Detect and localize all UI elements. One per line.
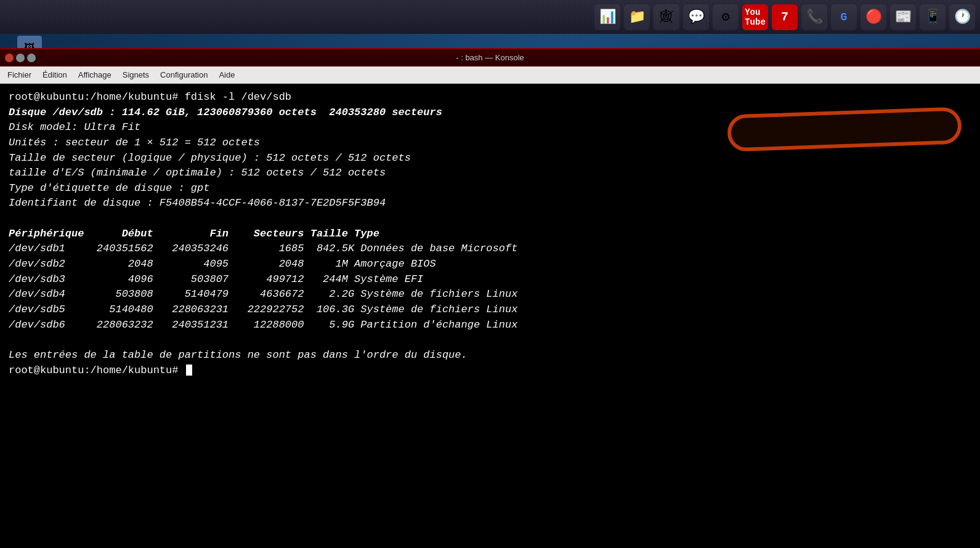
taskbar-icon-news[interactable]: 📰 bbox=[890, 4, 916, 30]
terminal-line-12: /dev/sdb3 4096 503807 499712 244M Systèm… bbox=[9, 272, 971, 288]
terminal-line-10: /dev/sdb1 240351562 240353246 1685 842.5… bbox=[9, 241, 971, 257]
terminal-content[interactable]: root@kubuntu:/home/kubuntu# fdisk -l /de… bbox=[0, 84, 980, 548]
close-button[interactable] bbox=[5, 54, 14, 62]
terminal-line-1: Disque /dev/sdb : 114.62 GiB, 1230608793… bbox=[9, 105, 971, 121]
terminal-line-18: root@kubuntu:/home/kubuntu# bbox=[9, 363, 971, 379]
terminal-line-3: Unités : secteur de 1 × 512 = 512 octets bbox=[9, 135, 971, 151]
taskbar-icon-files[interactable]: 📁 bbox=[624, 4, 650, 30]
terminal-line-5: taille d'E/S (minimale / optimale) : 512… bbox=[9, 166, 971, 181]
terminal-line-2: Disk model: Ultra Fit bbox=[9, 120, 971, 135]
maximize-button[interactable] bbox=[27, 54, 36, 62]
desktop: 📊 📁 🕸 💬 ⚙ YouTube 7 📞 G 🔴 📰 📱 🕐 🖼 screen… bbox=[0, 0, 980, 548]
terminal-line-4: Taille de secteur (logique / physique) :… bbox=[9, 151, 971, 166]
window-controls bbox=[5, 54, 36, 62]
taskbar-icon-phone[interactable]: 📱 bbox=[920, 4, 946, 30]
taskbar-icon-settings[interactable]: ⚙ bbox=[713, 4, 739, 30]
terminal-line-13: /dev/sdb4 503808 5140479 4636672 2.2G Sy… bbox=[9, 287, 971, 302]
taskbar-icon-app1[interactable]: 🔴 bbox=[861, 4, 886, 30]
terminal-line-11: /dev/sdb2 2048 4095 2048 1M Amorçage BIO… bbox=[9, 257, 971, 272]
terminal-line-15: /dev/sdb6 228063232 240351231 12288000 5… bbox=[9, 318, 971, 333]
terminal-line-16 bbox=[9, 332, 971, 348]
konsole-window: - : bash — Konsole Fichier Édition Affic… bbox=[0, 48, 980, 548]
menu-fichier[interactable]: Fichier bbox=[2, 68, 36, 81]
taskbar-icons: 📊 📁 🕸 💬 ⚙ YouTube 7 📞 G 🔴 📰 📱 🕐 bbox=[594, 4, 975, 30]
menu-affichage[interactable]: Affichage bbox=[73, 68, 116, 81]
taskbar-icon-google[interactable]: G bbox=[831, 4, 857, 30]
taskbar-icon-spreadsheet[interactable]: 📊 bbox=[594, 4, 620, 30]
taskbar: 📊 📁 🕸 💬 ⚙ YouTube 7 📞 G 🔴 📰 📱 🕐 bbox=[0, 0, 980, 34]
konsole-menubar: Fichier Édition Affichage Signets Config… bbox=[0, 66, 980, 84]
taskbar-icon-seven[interactable]: 7 bbox=[772, 4, 798, 30]
window-title: - : bash — Konsole bbox=[456, 53, 524, 62]
terminal-line-0: root@kubuntu:/home/kubuntu# fdisk -l /de… bbox=[9, 90, 971, 105]
terminal-line-14: /dev/sdb5 5140480 228063231 222922752 10… bbox=[9, 302, 971, 318]
konsole-titlebar: - : bash — Konsole bbox=[0, 49, 980, 66]
taskbar-icon-skype[interactable]: 📞 bbox=[801, 4, 827, 30]
terminal-line-9: Périphérique Début Fin Secteurs Taille T… bbox=[9, 227, 971, 242]
terminal-line-17: Les entrées de la table de partitions ne… bbox=[9, 348, 971, 363]
menu-edition[interactable]: Édition bbox=[38, 68, 72, 81]
terminal-line-6: Type d'étiquette de disque : gpt bbox=[9, 181, 971, 196]
taskbar-icon-clock[interactable]: 🕐 bbox=[949, 4, 975, 30]
taskbar-icon-web[interactable]: 🕸 bbox=[654, 4, 679, 30]
minimize-button[interactable] bbox=[16, 54, 25, 62]
taskbar-icon-social[interactable]: 💬 bbox=[683, 4, 709, 30]
terminal-line-7: Identifiant de disque : F5408B54-4CCF-40… bbox=[9, 196, 971, 211]
menu-signets[interactable]: Signets bbox=[118, 68, 154, 81]
taskbar-icon-youtube[interactable]: YouTube bbox=[742, 4, 768, 30]
menu-configuration[interactable]: Configuration bbox=[155, 68, 213, 81]
terminal-line-8 bbox=[9, 211, 971, 227]
menu-aide[interactable]: Aide bbox=[214, 68, 240, 81]
terminal-cursor bbox=[186, 365, 192, 376]
